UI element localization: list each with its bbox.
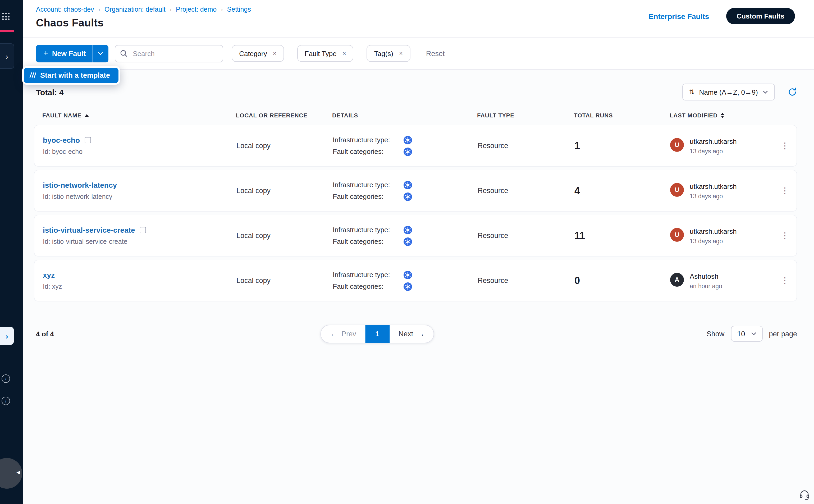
pagination: 4 of 4 ← Prev 1 Next → Show: [34, 324, 797, 343]
table-row: xyz Id: xyz Local copy Infrastructure ty…: [34, 260, 797, 301]
breadcrumb-account[interactable]: Account: chaos-dev: [36, 6, 94, 13]
kubernetes-icon: [404, 237, 412, 246]
breadcrumb-project[interactable]: Project: demo: [176, 6, 217, 13]
table-row: istio-virtual-service-create Id: istio-v…: [34, 215, 797, 256]
sidebar: › › i i ◀: [0, 0, 23, 504]
breadcrumb-separator: ›: [98, 6, 100, 13]
reset-filters-button[interactable]: Reset: [426, 49, 445, 57]
page-number-button[interactable]: 1: [365, 325, 390, 342]
infrastructure-type-label: Infrastructure type:: [333, 136, 396, 144]
fault-id: Id: byoc-echo: [43, 148, 236, 155]
chevron-down-icon: [98, 52, 103, 55]
modified-time: 13 days ago: [690, 193, 737, 199]
kubernetes-icon: [404, 136, 412, 144]
next-page-button[interactable]: Next →: [390, 325, 434, 342]
total-runs: 0: [574, 275, 670, 286]
breadcrumb-separator: ›: [221, 6, 223, 13]
custom-faults-button[interactable]: Custom Faults: [726, 8, 795, 24]
total-count: Total: 4: [36, 88, 63, 97]
total-runs: 4: [574, 185, 670, 196]
app-window: › › i i ◀ Account: chaos-dev › Organizat…: [0, 0, 814, 504]
modified-time: an hour ago: [690, 283, 722, 289]
start-with-template-item[interactable]: Start with a template: [24, 67, 118, 83]
fault-type: Resource: [478, 187, 574, 195]
infrastructure-type-label: Infrastructure type:: [333, 181, 396, 189]
enterprise-faults-link[interactable]: Enterprise Faults: [649, 12, 709, 20]
kubernetes-icon: [404, 271, 412, 279]
sort-arrows-icon: ⇅: [689, 88, 694, 96]
new-fault-dropdown-toggle[interactable]: [93, 45, 108, 62]
page-header: Account: chaos-dev › Organization: defau…: [23, 0, 814, 37]
fault-categories-label: Fault categories:: [333, 282, 396, 290]
fault-id: Id: istio-network-latency: [43, 193, 236, 200]
per-page-select[interactable]: 10: [731, 326, 762, 342]
kubernetes-icon: [404, 147, 412, 156]
breadcrumb-settings[interactable]: Settings: [227, 6, 251, 13]
content-area: Total: 4 ⇅ Name (A→Z, 0→9) FAU: [23, 70, 814, 504]
total-runs: 1: [574, 140, 670, 152]
fault-type: Resource: [478, 232, 574, 240]
table-row: byoc-echo Id: byoc-echo Local copy Infra…: [34, 125, 797, 167]
row-menu-icon[interactable]: ⋮: [773, 276, 797, 286]
avatar: U: [670, 183, 684, 196]
sidebar-toggle-button[interactable]: ›: [0, 327, 14, 345]
chevron-down-icon: [751, 332, 756, 335]
fault-id: Id: xyz: [43, 283, 236, 290]
fault-checkbox-icon[interactable]: [140, 227, 146, 233]
help-icon[interactable]: i: [2, 374, 10, 383]
new-fault-button[interactable]: + New Fault: [36, 45, 108, 62]
per-page-label: per page: [769, 330, 797, 338]
row-menu-icon[interactable]: ⋮: [773, 186, 797, 196]
app-grid-icon[interactable]: [2, 13, 10, 20]
sidebar-expand-button[interactable]: ›: [0, 43, 14, 69]
search-box: [115, 45, 223, 62]
fault-categories-label: Fault categories:: [333, 148, 396, 155]
fault-checkbox-icon[interactable]: [85, 137, 91, 143]
filter-chip-fault-type[interactable]: Fault Type ×: [297, 45, 354, 62]
column-fault-name[interactable]: FAULT NAME: [42, 112, 236, 118]
breadcrumb-organization[interactable]: Organization: default: [104, 6, 166, 13]
avatar: U: [670, 228, 684, 241]
local-or-reference: Local copy: [236, 232, 333, 240]
close-icon[interactable]: ×: [399, 50, 403, 57]
column-last-modified[interactable]: LAST MODIFIED: [670, 112, 765, 118]
fault-categories-label: Fault categories:: [333, 193, 396, 200]
pagination-summary: 4 of 4: [36, 330, 54, 338]
prev-arrow-icon: ←: [330, 330, 337, 338]
local-or-reference: Local copy: [236, 187, 333, 195]
modified-time: 13 days ago: [690, 148, 737, 154]
close-icon[interactable]: ×: [273, 50, 277, 57]
search-input[interactable]: [115, 45, 223, 62]
prev-page-button[interactable]: ← Prev: [321, 325, 365, 342]
kubernetes-icon: [404, 181, 412, 189]
toolbar: + New Fault Start with a template: [23, 37, 814, 70]
refresh-icon[interactable]: [788, 87, 797, 97]
close-icon[interactable]: ×: [342, 50, 346, 57]
filter-chip-tags[interactable]: Tag(s) ×: [367, 45, 410, 62]
support-headset-icon[interactable]: [799, 489, 810, 502]
chevron-down-icon: [763, 90, 768, 94]
fault-name-link[interactable]: byoc-echo: [43, 136, 80, 144]
sort-select[interactable]: ⇅ Name (A→Z, 0→9): [682, 84, 775, 100]
filter-chip-category[interactable]: Category ×: [232, 45, 284, 62]
template-icon: [29, 72, 36, 78]
breadcrumb-separator: ›: [170, 6, 172, 13]
fault-name-link[interactable]: istio-network-latency: [43, 181, 117, 189]
column-total-runs: TOTAL RUNS: [574, 112, 670, 118]
new-fault-label: New Fault: [52, 49, 86, 57]
kubernetes-icon: [404, 192, 412, 201]
collapse-sidebar-icon[interactable]: ◀: [16, 470, 20, 475]
info-icon[interactable]: i: [2, 397, 10, 405]
row-menu-icon[interactable]: ⋮: [773, 141, 797, 151]
fault-categories-label: Fault categories:: [333, 237, 396, 245]
local-or-reference: Local copy: [236, 277, 333, 285]
fault-name-link[interactable]: xyz: [43, 271, 55, 279]
sort-both-icon: [721, 113, 724, 118]
pager: ← Prev 1 Next →: [321, 324, 434, 343]
infrastructure-type-label: Infrastructure type:: [333, 226, 396, 234]
fault-type: Resource: [478, 277, 574, 285]
fault-name-link[interactable]: istio-virtual-service-create: [43, 226, 135, 234]
row-menu-icon[interactable]: ⋮: [773, 231, 797, 241]
next-arrow-icon: →: [417, 330, 424, 338]
kubernetes-icon: [404, 226, 412, 234]
